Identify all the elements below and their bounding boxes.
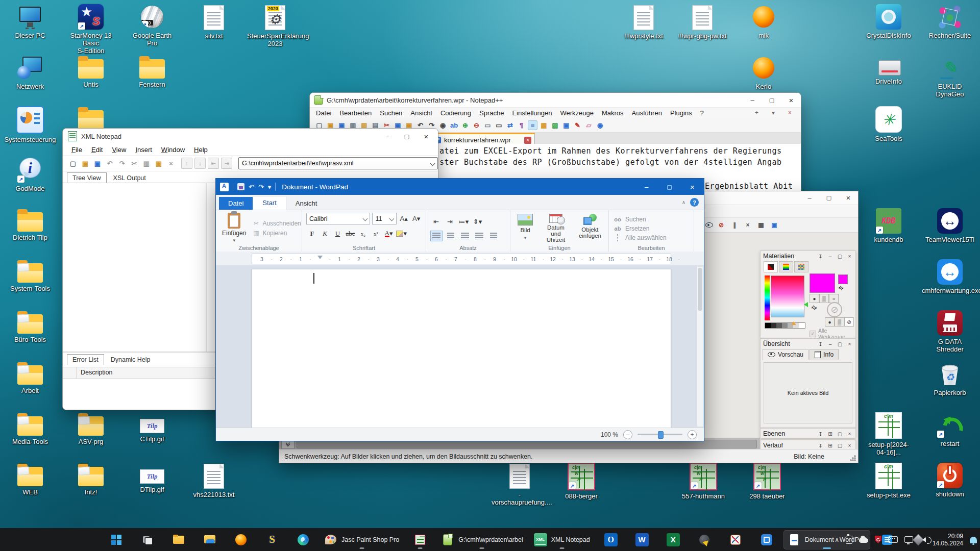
desktop-icon[interactable]: CrystalDiskInfo xyxy=(864,4,913,39)
desktop-icon[interactable]: Dietrich Tilp xyxy=(6,208,55,241)
desktop-icon[interactable]: DriveInfo xyxy=(864,55,913,85)
close-button[interactable] xyxy=(416,130,436,142)
solid-style-button[interactable]: ● xyxy=(825,317,835,327)
list-button[interactable]: ≔▾ xyxy=(458,216,470,228)
toolbar-icon[interactable]: ≡ xyxy=(528,120,537,130)
notepadpp-titlebar[interactable]: G:\cmh\wprdaten\arbeit\korrekturverfahre… xyxy=(310,93,801,108)
tab-rainbow[interactable] xyxy=(779,261,793,272)
minimize-button[interactable] xyxy=(635,179,658,195)
toolbar-icon[interactable]: ✂ xyxy=(129,158,139,168)
tab-swatches[interactable] xyxy=(794,261,808,272)
menu-item[interactable]: Makros xyxy=(598,109,628,117)
desktop-icon[interactable]: Systemsteuerung xyxy=(6,106,55,143)
menu-item[interactable]: Sprache xyxy=(475,109,508,117)
menu-item[interactable]: Bearbeiten xyxy=(335,109,376,117)
zoom-out-button[interactable]: – xyxy=(623,430,632,439)
close-icon[interactable]: × xyxy=(846,254,853,259)
menu-item[interactable]: Plugins xyxy=(666,109,696,117)
tab-tree-view[interactable]: Tree View xyxy=(67,172,107,184)
maximize-icon[interactable]: ▢ xyxy=(837,443,843,448)
menu-item[interactable]: Suchen xyxy=(376,109,406,117)
justify-button[interactable] xyxy=(473,231,485,241)
taskbar-button[interactable]: S xyxy=(258,530,286,549)
desktop-icon[interactable]: ✳ SeaTools xyxy=(864,106,913,142)
resize-grip[interactable] xyxy=(850,455,856,461)
swap-styles-icon[interactable]: ⇄ xyxy=(810,303,819,312)
eye-icon[interactable] xyxy=(704,220,714,230)
zoom-slider-thumb[interactable] xyxy=(658,431,664,439)
nav-toolbar-icon[interactable]: ⇤ xyxy=(208,158,219,169)
nav-toolbar-icon[interactable]: ↑ xyxy=(181,158,192,169)
taskbar-button[interactable] xyxy=(164,530,193,549)
paragraph-dialog-button[interactable] xyxy=(487,231,500,241)
toolbar-icon[interactable]: ↷ xyxy=(117,158,127,168)
minimize-icon[interactable]: – xyxy=(827,254,834,259)
minimize-icon[interactable]: – xyxy=(827,341,834,347)
menu-item[interactable]: Edit xyxy=(87,145,107,154)
taskbar-button[interactable]: W xyxy=(628,530,656,549)
toolbar-icon[interactable]: ▥ xyxy=(141,158,152,168)
clock[interactable]: 20:09 14.05.2024 xyxy=(933,533,963,547)
insert-object-button[interactable]: Objekt einfügen xyxy=(576,213,604,244)
pin-icon[interactable]: ↧ xyxy=(817,341,824,347)
menu-item[interactable]: Codierung xyxy=(436,109,475,117)
ribbon-tab[interactable]: Start xyxy=(253,196,286,210)
tab-error-list[interactable]: Error List xyxy=(67,354,104,365)
highlight-button[interactable]: ▾ xyxy=(396,228,407,239)
solid-style-button[interactable]: ● xyxy=(810,294,819,303)
line-spacing-button[interactable]: ⇕▾ xyxy=(472,216,483,228)
pin-icon[interactable]: ↧ xyxy=(817,254,824,259)
maximize-icon[interactable]: ▢ xyxy=(837,341,843,347)
maximize-button[interactable] xyxy=(762,94,781,106)
subscript-button[interactable]: x₂ xyxy=(357,228,369,239)
desktop-icon[interactable]: vhs221013.txt xyxy=(189,463,238,498)
desktop-icon[interactable]: shutdown xyxy=(925,463,974,498)
taskbar-button[interactable] xyxy=(102,530,131,549)
desktop-icon[interactable]: ↔ cmhfernwartung.exe xyxy=(925,259,974,294)
toolbar-icon[interactable]: ⊖ xyxy=(472,120,481,130)
xml-notepad-titlebar[interactable]: XML Notepad xyxy=(63,129,438,144)
toolbar-icon[interactable]: ▣ xyxy=(92,158,103,168)
desktop-icon[interactable]: Kerio xyxy=(739,55,788,90)
desktop-icon[interactable]: !!!wpr-gbg-pw.txt xyxy=(678,4,727,40)
select-all-button[interactable]: Alle auswählen xyxy=(613,234,667,241)
tab-frame[interactable] xyxy=(764,261,778,272)
none-style-button[interactable]: ⊘ xyxy=(844,317,854,327)
maximize-button[interactable] xyxy=(819,191,839,204)
scrollbar-thumb[interactable] xyxy=(698,268,702,311)
desktop-icon[interactable]: Netzwerk xyxy=(6,55,55,90)
menu-item[interactable]: Werkzeuge xyxy=(556,109,598,117)
toolbar-icon[interactable]: ab xyxy=(449,120,459,130)
align-right-button[interactable] xyxy=(459,231,471,241)
close-icon[interactable]: × xyxy=(846,341,853,347)
desktop-icon[interactable]: fritz! xyxy=(66,463,115,496)
close-icon[interactable]: × xyxy=(846,431,853,437)
desktop-icon[interactable]: c|m w P 557-huthmann xyxy=(679,463,728,500)
italic-button[interactable]: K xyxy=(319,228,331,239)
keyboard-icon[interactable] xyxy=(888,536,898,543)
taskbar-button[interactable] xyxy=(406,530,434,549)
taskbar-button[interactable]: Jasc Paint Shop Pro xyxy=(320,530,403,549)
close-button[interactable] xyxy=(781,94,801,106)
strikethrough-button[interactable]: abe xyxy=(345,228,356,239)
desktop-icon[interactable]: ASV-prg xyxy=(66,412,115,445)
desktop-icon[interactable]: Dieser PC xyxy=(6,4,55,39)
find-button[interactable]: ooSuchen xyxy=(613,216,667,223)
desktop-icon[interactable]: Pro Google Earth Pro xyxy=(128,4,177,47)
tray-chevron-up-icon[interactable]: ∧ xyxy=(835,536,839,543)
ribbon-tab[interactable]: Datei xyxy=(219,197,253,210)
tab-list-icon[interactable]: ▾ xyxy=(768,109,779,117)
menu-item[interactable]: ? xyxy=(696,109,708,117)
toolbar-icon[interactable]: ✎ xyxy=(573,120,582,130)
underline-button[interactable]: U xyxy=(332,228,344,239)
save-icon[interactable]: ▣ xyxy=(769,220,779,230)
paste-button[interactable]: Einfügen ▾ xyxy=(220,213,248,244)
desktop-icon[interactable]: S StarMoney 13 Basic S-Edition xyxy=(66,4,115,55)
align-center-button[interactable] xyxy=(445,231,457,241)
tab-close-icon[interactable] xyxy=(524,137,531,144)
grayscale-strip[interactable] xyxy=(765,322,805,329)
texture-style-button[interactable]: ▒ xyxy=(819,294,829,303)
toolbar-icon[interactable]: ▦ xyxy=(539,120,549,130)
increase-indent-button[interactable]: ⇥ xyxy=(444,216,456,228)
menu-item[interactable]: Help xyxy=(189,145,212,154)
